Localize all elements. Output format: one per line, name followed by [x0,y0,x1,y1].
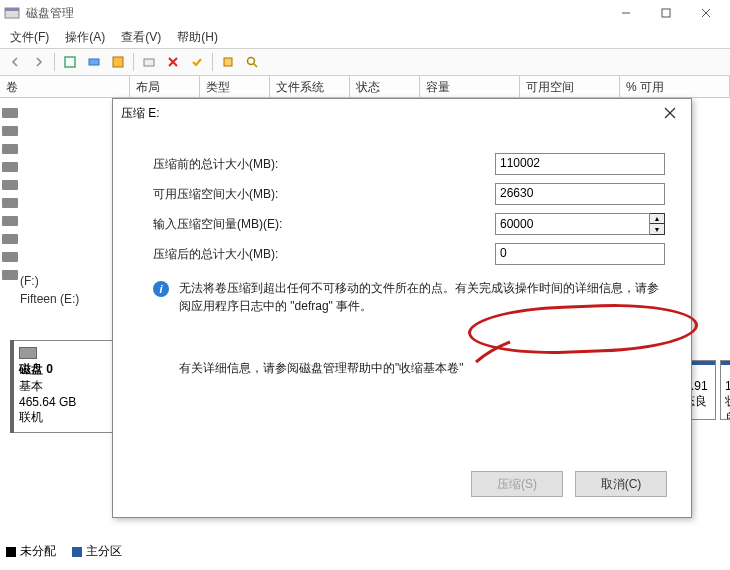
svg-rect-7 [89,59,99,65]
legend-swatch-unallocated [6,547,16,557]
volume-x-box[interactable]: 11.86 状态良 [720,360,730,420]
svg-rect-1 [5,8,19,11]
disk-icon [2,126,18,136]
disk-icon [2,108,18,118]
window-title: 磁盘管理 [26,5,74,22]
spinner-down-icon[interactable]: ▼ [650,224,664,234]
shrink-amount-field[interactable]: ▲ ▼ [495,213,665,235]
forward-icon[interactable] [28,51,50,73]
close-button[interactable] [686,0,726,26]
left-volume-labels: (F:) Fifteen (E:) [20,272,79,308]
legend: 未分配 主分区 [6,543,122,560]
vol-status: 状态良 [725,393,730,420]
disk0-header: 磁盘 0 [19,361,111,378]
svg-point-13 [248,58,255,65]
app-icon [4,5,20,21]
titlebar: 磁盘管理 [0,0,730,26]
col-status[interactable]: 状态 [350,76,420,97]
toolbar [0,48,730,76]
svg-rect-3 [662,9,670,17]
legend-primary: 主分区 [86,543,122,560]
shrink-amount-input[interactable] [495,213,650,235]
disk-icon [2,198,18,208]
delete-icon[interactable] [162,51,184,73]
svg-rect-12 [224,58,232,66]
col-free[interactable]: 可用空间 [520,76,620,97]
disk-icon [2,144,18,154]
disk0-panel: 磁盘 0 基本 465.64 GB 联机 [10,340,120,433]
vol-fifteen-label: Fifteen (E:) [20,290,79,308]
tool-icon[interactable] [59,51,81,73]
info-text-2: 有关详细信息，请参阅磁盘管理帮助中的"收缩基本卷" [179,359,665,377]
menu-help[interactable]: 帮助(H) [169,27,226,48]
menu-file[interactable]: 文件(F) [2,27,57,48]
col-layout[interactable]: 布局 [130,76,200,97]
label-before: 压缩前的总计大小(MB): [153,156,495,173]
search-icon[interactable] [241,51,263,73]
col-pct[interactable]: % 可用 [620,76,730,97]
dialog-titlebar: 压缩 E: [113,99,691,127]
label-available: 可用压缩空间大小(MB): [153,186,495,203]
menu-view[interactable]: 查看(V) [113,27,169,48]
tool-icon[interactable] [107,51,129,73]
value-after: 0 [495,243,665,265]
svg-rect-8 [113,57,123,67]
col-fs[interactable]: 文件系统 [270,76,350,97]
shrink-dialog: 压缩 E: 压缩前的总计大小(MB): 110002 可用压缩空间大小(MB):… [112,98,692,518]
disk-icon [2,180,18,190]
menubar: 文件(F) 操作(A) 查看(V) 帮助(H) [0,26,730,48]
column-headers: 卷 布局 类型 文件系统 状态 容量 可用空间 % 可用 [0,76,730,98]
spinner-up-icon[interactable]: ▲ [650,214,664,224]
info-text-1: 无法将卷压缩到超出任何不可移动的文件所在的点。有关完成该操作时间的详细信息，请参… [179,279,665,315]
label-input: 输入压缩空间量(MB)(E): [153,216,495,233]
disk-icon [2,270,18,280]
col-capacity[interactable]: 容量 [420,76,520,97]
shrink-button[interactable]: 压缩(S) [471,471,563,497]
col-type[interactable]: 类型 [200,76,270,97]
svg-line-14 [254,64,257,67]
tool-icon[interactable] [217,51,239,73]
info-icon: i [153,281,169,297]
vol-f-label: (F:) [20,272,79,290]
legend-swatch-primary [72,547,82,557]
disk0-type: 基本 [19,378,111,395]
menu-action[interactable]: 操作(A) [57,27,113,48]
cancel-button[interactable]: 取消(C) [575,471,667,497]
value-available: 26630 [495,183,665,205]
dialog-title: 压缩 E: [121,105,160,122]
disk-icon [2,234,18,244]
disk-icon [19,347,37,359]
disk-icon [2,162,18,172]
check-icon[interactable] [186,51,208,73]
minimize-button[interactable] [606,0,646,26]
col-volume[interactable]: 卷 [0,76,130,97]
vol-size: 11.86 [725,379,730,393]
disk-icon [2,216,18,226]
disk0-size: 465.64 GB [19,395,111,409]
svg-rect-6 [65,57,75,67]
tool-icon[interactable] [83,51,105,73]
back-icon[interactable] [4,51,26,73]
dialog-close-button[interactable] [657,100,683,126]
volume-icon-list [0,100,20,288]
tool-icon[interactable] [138,51,160,73]
label-after: 压缩后的总计大小(MB): [153,246,495,263]
disk0-status: 联机 [19,409,111,426]
disk-icon [2,252,18,262]
maximize-button[interactable] [646,0,686,26]
legend-unallocated: 未分配 [20,543,56,560]
svg-rect-9 [144,59,154,66]
value-before: 110002 [495,153,665,175]
